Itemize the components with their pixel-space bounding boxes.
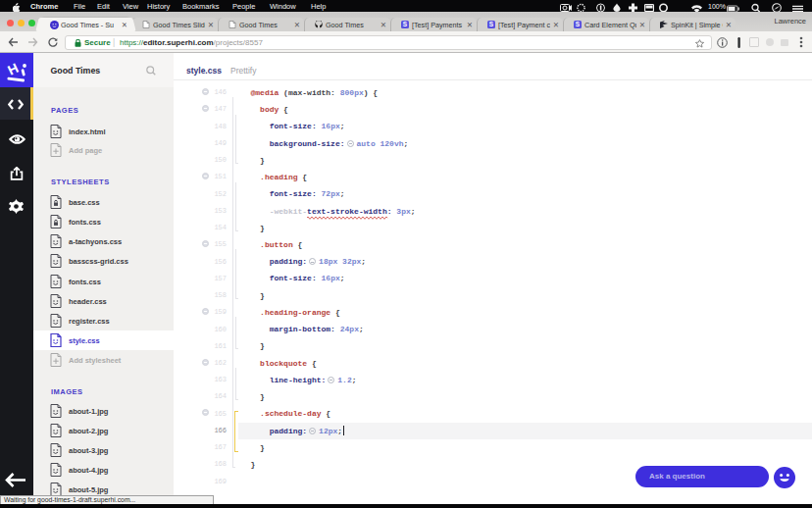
- svg-text:H: H: [5, 60, 21, 78]
- svg-text:S: S: [576, 21, 581, 27]
- svg-text:S: S: [403, 21, 408, 27]
- svg-text:S: S: [489, 21, 494, 27]
